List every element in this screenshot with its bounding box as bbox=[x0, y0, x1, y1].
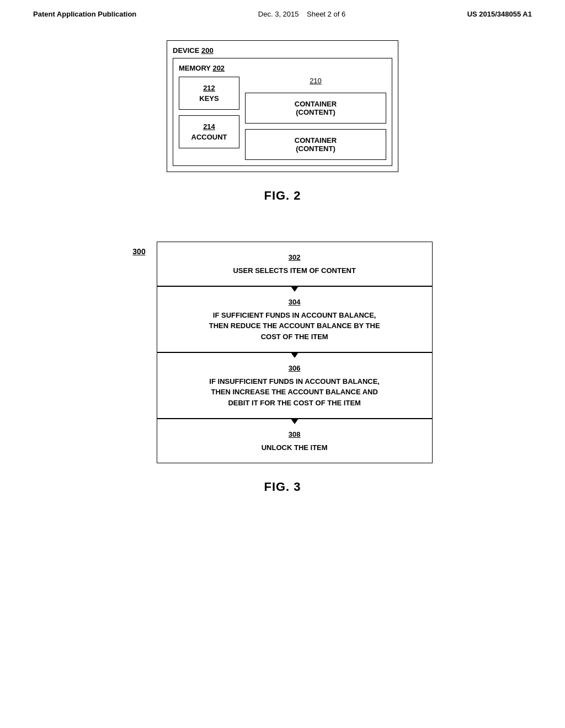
account-box: 214 ACCOUNT bbox=[179, 115, 239, 148]
fig3-area: 300 302 USER SELECTS ITEM OF CONTENT 304… bbox=[33, 242, 532, 494]
step-304-text: IF SUFFICIENT FUNDS IN ACCOUNT BALANCE,T… bbox=[209, 311, 380, 341]
step-302-text: USER SELECTS ITEM OF CONTENT bbox=[233, 266, 355, 275]
device-ref: 200 bbox=[201, 46, 214, 55]
main-content: DEVICE 200 MEMORY 202 212 KEYS 214 ACCOU… bbox=[0, 24, 565, 522]
step-304-ref: 304 bbox=[166, 297, 423, 308]
step-302-ref: 302 bbox=[166, 252, 423, 263]
container-box-1: CONTAINER(CONTENT) bbox=[245, 93, 386, 124]
right-column: 210 CONTAINER(CONTENT) CONTAINER(CONTENT… bbox=[245, 77, 386, 160]
step-308-text: UNLOCK THE ITEM bbox=[262, 443, 328, 452]
account-ref: 214 bbox=[184, 122, 234, 131]
keys-ref: 212 bbox=[184, 84, 234, 92]
fig3-main-ref: 300 bbox=[132, 247, 145, 256]
flowchart: 302 USER SELECTS ITEM OF CONTENT 304 IF … bbox=[157, 242, 433, 463]
step-306-ref: 306 bbox=[166, 363, 423, 374]
flow-step-302: 302 USER SELECTS ITEM OF CONTENT bbox=[157, 242, 433, 286]
container-label-2: CONTAINER(CONTENT) bbox=[295, 136, 337, 153]
flow-step-304: 304 IF SUFFICIENT FUNDS IN ACCOUNT BALAN… bbox=[157, 286, 433, 352]
keys-box: 212 KEYS bbox=[179, 77, 239, 110]
fig3-caption: FIG. 3 bbox=[264, 480, 301, 494]
device-label: DEVICE 200 bbox=[173, 46, 392, 55]
flow-step-306: 306 IF INSUFFICIENT FUNDS IN ACCOUNT BAL… bbox=[157, 352, 433, 419]
header-right: US 2015/348055 A1 bbox=[467, 10, 532, 18]
container-group-ref: 210 bbox=[310, 77, 322, 85]
header-left: Patent Application Publication bbox=[33, 10, 136, 18]
memory-inner: 212 KEYS 214 ACCOUNT 210 CONTA bbox=[179, 77, 386, 160]
header-sheet: Sheet 2 of 6 bbox=[307, 10, 345, 18]
memory-box: MEMORY 202 212 KEYS 214 ACCOUNT bbox=[173, 58, 392, 166]
account-label: ACCOUNT bbox=[191, 133, 227, 141]
fig2-area: DEVICE 200 MEMORY 202 212 KEYS 214 ACCOU… bbox=[33, 40, 532, 225]
left-column: 212 KEYS 214 ACCOUNT bbox=[179, 77, 239, 160]
fig2-caption: FIG. 2 bbox=[264, 189, 301, 203]
step-308-ref: 308 bbox=[166, 429, 423, 440]
flowchart-wrapper: 300 302 USER SELECTS ITEM OF CONTENT 304… bbox=[33, 242, 532, 463]
page-header: Patent Application Publication Dec. 3, 2… bbox=[0, 0, 565, 24]
container-label-1: CONTAINER(CONTENT) bbox=[295, 100, 337, 116]
step-306-text: IF INSUFFICIENT FUNDS IN ACCOUNT BALANCE… bbox=[209, 377, 380, 407]
memory-ref: 202 bbox=[212, 64, 225, 72]
keys-label: KEYS bbox=[199, 94, 218, 103]
header-date: Dec. 3, 2015 bbox=[258, 10, 299, 18]
header-center: Dec. 3, 2015 Sheet 2 of 6 bbox=[258, 10, 345, 18]
device-diagram: DEVICE 200 MEMORY 202 212 KEYS 214 ACCOU… bbox=[167, 40, 398, 172]
flow-step-308: 308 UNLOCK THE ITEM bbox=[157, 419, 433, 463]
container-box-2: CONTAINER(CONTENT) bbox=[245, 129, 386, 160]
memory-label: MEMORY 202 bbox=[179, 64, 386, 72]
